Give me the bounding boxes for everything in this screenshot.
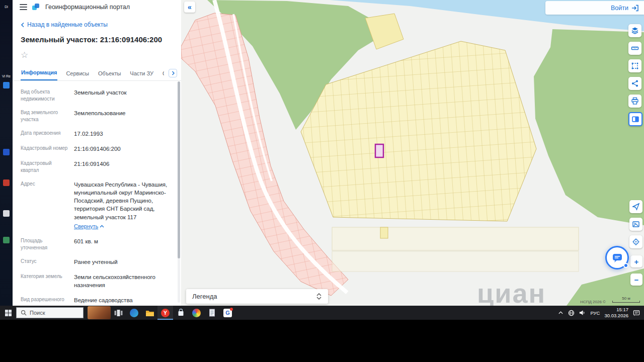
print-button[interactable] bbox=[628, 95, 641, 108]
chat-assistant-button[interactable] bbox=[605, 246, 629, 269]
back-link[interactable]: Назад в найденные объекты bbox=[13, 14, 181, 30]
language-indicator[interactable]: РУС bbox=[590, 310, 600, 316]
field-parcel bbox=[332, 251, 579, 272]
field-parcel bbox=[332, 227, 579, 250]
task-view-button[interactable] bbox=[111, 306, 126, 320]
ruler-icon bbox=[631, 44, 639, 52]
yandex-browser-icon[interactable]: Y bbox=[157, 306, 173, 320]
taskbar-search-box[interactable]: Поиск bbox=[16, 307, 84, 318]
menu-icon[interactable] bbox=[20, 4, 27, 10]
notepad-icon[interactable] bbox=[204, 306, 220, 320]
field-value: 21:16:091406 bbox=[69, 160, 170, 173]
back-link-label: Назад в найденные объекты bbox=[27, 21, 108, 28]
layers-button[interactable] bbox=[628, 24, 641, 37]
page-title: Земельный участок: 21:16:091406:200 bbox=[13, 30, 181, 45]
object-panel-button[interactable] bbox=[628, 112, 642, 126]
cadastral-map[interactable] bbox=[181, 0, 644, 306]
desktop-icon[interactable] bbox=[3, 210, 10, 217]
tab-information[interactable]: Информация bbox=[21, 67, 57, 80]
desktop-icon[interactable] bbox=[3, 82, 10, 88]
search-placeholder: Поиск bbox=[30, 310, 45, 316]
portal-header: Геоинформационный портал bbox=[13, 0, 181, 14]
field-label: Кадастровый квартал bbox=[21, 160, 69, 173]
scrollbar-thumb[interactable] bbox=[178, 81, 180, 258]
windows-logo-icon bbox=[5, 310, 12, 316]
field-label: Статус bbox=[21, 258, 69, 266]
panel-scrollbar[interactable] bbox=[178, 81, 180, 303]
store-icon[interactable] bbox=[173, 306, 189, 320]
back-chevron-icon bbox=[21, 22, 25, 28]
map-toolbar-secondary bbox=[629, 200, 642, 248]
clock-date: 30.03.2026 bbox=[604, 313, 628, 319]
collapse-panel-button[interactable]: « bbox=[184, 2, 195, 13]
screenshot-button[interactable] bbox=[629, 218, 642, 231]
tab-composition[interactable]: Состав bbox=[162, 68, 164, 80]
print-icon bbox=[631, 97, 639, 105]
address-text: Чувашская Республика - Чувашия, муниципа… bbox=[74, 182, 167, 220]
photos-icon[interactable] bbox=[189, 306, 204, 320]
zoom-out-button[interactable]: − bbox=[630, 274, 642, 286]
chevron-up-icon bbox=[100, 225, 104, 228]
info-row: Кадастровый номер 21:16:091406:200 bbox=[13, 141, 181, 156]
info-row-address: Адрес Чувашская Республика - Чувашия, му… bbox=[13, 177, 181, 234]
field-value: Земельный участок bbox=[69, 88, 170, 102]
tab-bar: Информация Сервисы Объекты Части ЗУ Сост… bbox=[13, 61, 181, 81]
zoom-in-button[interactable]: + bbox=[630, 255, 642, 267]
app-g-icon[interactable]: G bbox=[220, 306, 235, 320]
file-explorer-icon[interactable] bbox=[142, 306, 157, 320]
desktop-icon[interactable] bbox=[3, 179, 10, 186]
login-button[interactable]: Войти bbox=[545, 1, 644, 15]
field-value: Землепользование bbox=[69, 109, 170, 123]
field-value: 21:16:091406:200 bbox=[69, 145, 170, 153]
info-row: Кадастровый квартал 21:16:091406 bbox=[13, 156, 181, 177]
tab-parcel-parts[interactable]: Части ЗУ bbox=[129, 68, 154, 80]
map-attribution: НСПД 2026 © bbox=[580, 300, 606, 304]
info-row: Дата присвоения 17.02.1993 bbox=[13, 126, 181, 141]
news-widget-thumbnail[interactable] bbox=[88, 306, 111, 319]
volume-icon[interactable] bbox=[579, 310, 586, 316]
locate-button[interactable] bbox=[629, 200, 642, 213]
notification-center-icon[interactable] bbox=[633, 310, 640, 316]
start-button[interactable] bbox=[0, 306, 16, 320]
tray-chevron-up-icon[interactable] bbox=[558, 311, 564, 315]
legend-bar[interactable]: Легенда bbox=[186, 289, 328, 304]
share-button[interactable] bbox=[628, 77, 641, 90]
share-icon bbox=[631, 79, 639, 87]
login-label: Войти bbox=[611, 5, 628, 12]
search-icon bbox=[21, 310, 27, 316]
folder-icon bbox=[145, 309, 154, 317]
network-globe-icon[interactable] bbox=[568, 310, 575, 316]
g-letter-icon: G bbox=[223, 309, 232, 317]
map-viewport[interactable]: « Войти bbox=[181, 0, 644, 306]
favorite-star-icon[interactable]: ☆ bbox=[13, 45, 181, 61]
taskbar-clock[interactable]: 15:17 30.03.2026 bbox=[604, 307, 628, 319]
field-label: Кадастровый номер bbox=[21, 145, 69, 153]
field-label: Площадь уточненная bbox=[21, 237, 69, 251]
selected-parcel-highlight[interactable] bbox=[375, 144, 383, 157]
field-value: Ранее учтенный bbox=[69, 258, 170, 266]
radius-search-button[interactable] bbox=[629, 235, 642, 248]
desktop-icon-label: Vi Re bbox=[0, 74, 13, 78]
field-value: 17.02.1993 bbox=[69, 130, 170, 138]
measure-area-button[interactable] bbox=[628, 59, 641, 72]
field-value: 601 кв. м bbox=[69, 237, 170, 251]
tab-services[interactable]: Сервисы bbox=[65, 68, 90, 80]
desktop-icon[interactable] bbox=[3, 149, 10, 155]
ruler-button[interactable] bbox=[628, 42, 641, 55]
target-circle-icon bbox=[632, 238, 640, 246]
info-row: Площадь уточненная 601 кв. м bbox=[13, 234, 181, 254]
field-label: Вид земельного участка bbox=[21, 109, 69, 123]
field-label: Вид разрешенного использования bbox=[21, 296, 69, 305]
desktop-icon-label: Di bbox=[0, 5, 13, 9]
image-frame-icon bbox=[632, 220, 640, 228]
clock-time: 15:17 bbox=[604, 307, 628, 313]
tabs-scroll-next-button[interactable] bbox=[169, 69, 177, 77]
info-row: Вид земельного участка Землепользование bbox=[13, 106, 181, 126]
info-panel: Геоинформационный портал Назад в найденн… bbox=[13, 0, 181, 306]
collapse-address-link[interactable]: Свернуть bbox=[74, 223, 104, 230]
desktop-icon[interactable] bbox=[3, 237, 10, 243]
browser-edge-icon[interactable] bbox=[126, 306, 142, 320]
tab-objects[interactable]: Объекты bbox=[98, 68, 121, 80]
portal-logo-icon bbox=[32, 3, 41, 11]
object-info-list: Вид объекта недвижимости Земельный участ… bbox=[13, 81, 181, 305]
